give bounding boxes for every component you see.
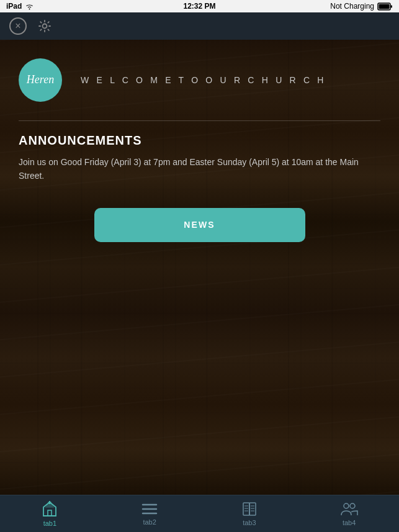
time-display: 12:32 PM — [183, 2, 215, 11]
svg-point-3 — [43, 24, 47, 29]
top-bar: × — [0, 12, 399, 40]
battery-label: Not Charging — [330, 2, 374, 11]
tab-2-label: tab2 — [143, 518, 156, 526]
tab-item-3[interactable]: tab3 — [200, 502, 300, 526]
status-left: iPad — [6, 2, 34, 11]
tab-4-label: tab4 — [343, 519, 356, 526]
bible-icon — [241, 502, 258, 516]
announcements-title: ANNOUNCEMENTS — [19, 133, 380, 148]
tab-3-label: tab3 — [243, 519, 256, 526]
battery-icon — [377, 2, 393, 11]
wifi-icon — [25, 3, 34, 10]
svg-point-21 — [344, 503, 349, 508]
status-bar: iPad 12:32 PM Not Charging — [0, 0, 399, 12]
church-logo: Heren — [19, 58, 62, 102]
svg-rect-2 — [391, 5, 393, 7]
close-button[interactable]: × — [9, 17, 27, 35]
news-button[interactable]: NEWS — [94, 208, 305, 242]
settings-button[interactable] — [36, 17, 53, 35]
people-icon — [340, 502, 359, 516]
status-right: Not Charging — [330, 2, 393, 11]
svg-rect-6 — [48, 510, 52, 516]
tab-item-2[interactable]: tab2 — [100, 502, 200, 526]
announcements-body: Join us on Good Friday (April 3) at 7pm … — [19, 155, 380, 183]
tab-item-1[interactable]: tab1 — [0, 501, 100, 527]
svg-point-22 — [350, 503, 355, 508]
tab-bar: tab1 tab2 tab3 t — [0, 495, 399, 532]
gear-icon — [38, 19, 52, 33]
header-section: Heren W E L C O M E T O O U R C H U R C … — [19, 58, 380, 102]
device-label: iPad — [6, 2, 22, 11]
svg-rect-13 — [249, 503, 256, 515]
news-button-container: NEWS — [19, 208, 380, 242]
menu-icon — [141, 502, 158, 516]
church-icon — [41, 501, 58, 517]
svg-rect-12 — [243, 503, 249, 515]
tab-item-4[interactable]: tab4 — [299, 502, 399, 526]
main-content: Heren W E L C O M E T O O U R C H U R C … — [0, 40, 399, 495]
welcome-text: W E L C O M E T O O U R C H U R C H — [81, 75, 326, 85]
divider — [19, 120, 380, 121]
svg-rect-1 — [379, 4, 390, 9]
tab-1-label: tab1 — [43, 520, 56, 527]
logo-text: Heren — [27, 73, 54, 87]
